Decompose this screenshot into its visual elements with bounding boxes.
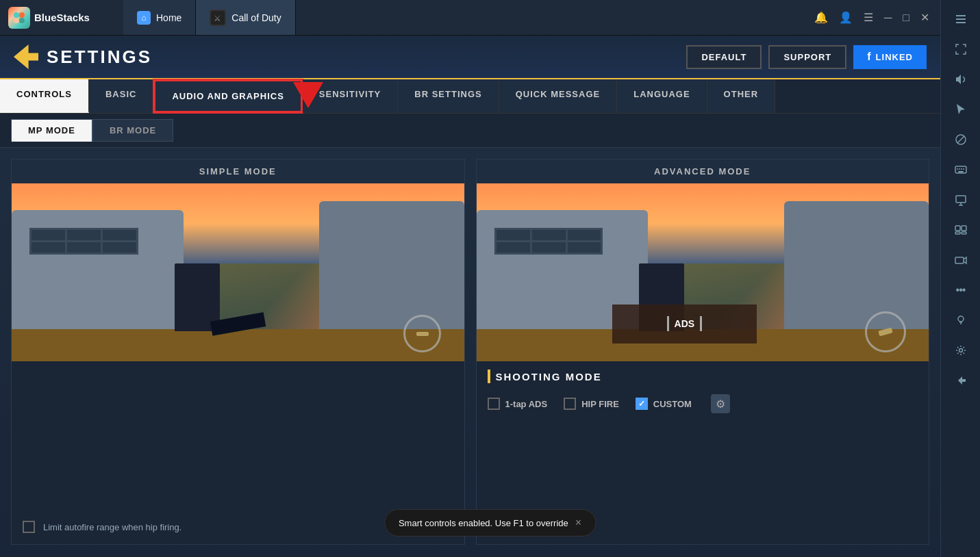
- settings-header: SETTINGS DEFAULT SUPPORT f LINKED: [0, 36, 940, 79]
- svg-line-8: [957, 136, 964, 143]
- game-icon: ⚔: [210, 10, 226, 26]
- sidebar-more-icon[interactable]: •••: [947, 276, 975, 304]
- title-bar-controls: 🔔 👤 ☰ ─ □ ✕: [814, 11, 940, 24]
- linked-label: LINKED: [876, 52, 913, 62]
- one-tap-ads-label: 1-tap ADS: [505, 399, 548, 409]
- tab-quick-message[interactable]: QUICK MESSAGE: [499, 79, 618, 113]
- svg-point-24: [959, 349, 962, 352]
- right-sidebar: •••: [940, 0, 980, 557]
- sidebar-expand-icon[interactable]: [947, 5, 975, 33]
- content-wrapper: SETTINGS DEFAULT SUPPORT f LINKED CONTRO…: [0, 36, 940, 557]
- simple-mode-panel: SIMPLE MODE: [11, 159, 465, 545]
- ads-text: ADS: [675, 318, 695, 329]
- svg-point-3: [14, 18, 19, 23]
- bluestacks-logo: BlueStacks: [0, 7, 123, 29]
- advanced-mode-title: ADVANCED MODE: [477, 159, 929, 183]
- custom-label: CUSTOM: [653, 399, 692, 409]
- sub-tab-mp-mode[interactable]: MP MODE: [11, 119, 92, 142]
- sub-tabs: MP MODE BR MODE: [0, 114, 940, 148]
- bluestacks-title: BlueStacks: [34, 12, 90, 23]
- toast-close-button[interactable]: ×: [575, 517, 581, 529]
- sidebar-gamepad-icon[interactable]: [947, 216, 975, 244]
- svg-rect-22: [955, 257, 964, 263]
- arrow-down-icon: [293, 82, 323, 108]
- svg-marker-0: [12, 11, 26, 25]
- svg-point-1: [14, 12, 19, 18]
- settings-actions: DEFAULT SUPPORT f LINKED: [686, 45, 927, 69]
- sidebar-slash-icon[interactable]: [947, 126, 975, 153]
- hip-fire-label: HIP FIRE: [581, 399, 619, 409]
- one-tap-ads-checkbox[interactable]: [488, 398, 500, 410]
- sidebar-bulb-icon[interactable]: [947, 307, 975, 334]
- option-one-tap-ads[interactable]: 1-tap ADS: [488, 398, 548, 410]
- support-button[interactable]: SUPPORT: [768, 45, 846, 69]
- content-area: SIMPLE MODE: [0, 148, 940, 556]
- sidebar-back-icon[interactable]: [947, 367, 975, 394]
- facebook-icon: f: [867, 51, 871, 63]
- tab-basic[interactable]: BASIC: [89, 79, 153, 113]
- svg-point-23: [958, 316, 964, 322]
- sidebar-gear-icon[interactable]: [947, 337, 975, 364]
- bluestacks-icon: [8, 7, 30, 29]
- tab-br-settings[interactable]: BR SETTINGS: [398, 79, 499, 113]
- sidebar-volume-icon[interactable]: [947, 66, 975, 93]
- tab-home-label: Home: [156, 12, 181, 23]
- home-icon: ⌂: [137, 11, 151, 25]
- svg-point-2: [19, 12, 25, 18]
- maximize-button[interactable]: □: [903, 12, 909, 24]
- mode-panels: SIMPLE MODE: [11, 159, 929, 545]
- linked-button[interactable]: f LINKED: [853, 45, 927, 69]
- main-tabs: CONTROLS BASIC AUDIO AND GRAPHICS SENSIT…: [0, 79, 940, 114]
- svg-rect-15: [956, 196, 966, 203]
- tab-language[interactable]: LANGUAGE: [617, 79, 707, 113]
- back-arrow-icon[interactable]: [14, 44, 38, 69]
- minimize-button[interactable]: ─: [884, 12, 892, 24]
- autofire-checkbox[interactable]: [23, 521, 35, 533]
- sidebar-keyboard-icon[interactable]: [947, 156, 975, 183]
- default-button[interactable]: DEFAULT: [686, 45, 762, 69]
- smart-controls-toast: Smart controls enabled. Use F1 to overri…: [384, 509, 596, 536]
- hip-fire-checkbox[interactable]: [564, 398, 576, 410]
- shooting-mode-section: SHOOTING MODE 1-tap ADS HIP FIRE: [477, 361, 929, 422]
- svg-rect-19: [962, 226, 966, 231]
- settings-title-area: SETTINGS: [14, 44, 152, 69]
- simple-mode-title: SIMPLE MODE: [12, 159, 464, 183]
- svg-rect-20: [955, 232, 960, 234]
- custom-checkbox[interactable]: ✓: [636, 398, 648, 410]
- sub-tab-br-mode[interactable]: BR MODE: [92, 119, 173, 142]
- sidebar-cursor-icon[interactable]: [947, 96, 975, 123]
- sidebar-screen-icon[interactable]: [947, 186, 975, 213]
- tab-game[interactable]: ⚔ Call of Duty: [196, 0, 295, 35]
- notification-icon[interactable]: 🔔: [814, 11, 828, 24]
- tab-game-label: Call of Duty: [231, 12, 281, 23]
- advanced-mode-image: ADS: [477, 183, 929, 361]
- sidebar-camera-icon[interactable]: [947, 246, 975, 274]
- close-button[interactable]: ✕: [920, 11, 929, 24]
- option-hip-fire[interactable]: HIP FIRE: [564, 398, 619, 410]
- custom-settings-gear[interactable]: ⚙: [711, 394, 730, 413]
- shooting-options: 1-tap ADS HIP FIRE ✓ CUSTOM: [488, 394, 918, 413]
- account-icon[interactable]: 👤: [839, 11, 853, 24]
- tab-controls[interactable]: CONTROLS: [0, 79, 89, 113]
- tab-audio-graphics[interactable]: AUDIO AND GRAPHICS: [153, 79, 302, 113]
- toast-message: Smart controls enabled. Use F1 to overri…: [399, 518, 568, 528]
- svg-text:⚔: ⚔: [214, 14, 221, 23]
- simple-mode-image: [12, 183, 464, 361]
- shooting-mode-label: SHOOTING MODE: [496, 371, 602, 383]
- tab-other[interactable]: OTHER: [707, 79, 776, 113]
- advanced-game-scene: ADS: [477, 183, 929, 361]
- shooting-mode-title: SHOOTING MODE: [488, 370, 918, 383]
- sidebar-fullscreen-icon[interactable]: [947, 36, 975, 63]
- advanced-mode-panel: ADVANCED MODE: [476, 159, 930, 545]
- yellow-bar-icon: [488, 370, 490, 383]
- title-bar: BlueStacks ⌂ Home ⚔ Call of Duty 🔔 👤 ☰ ─…: [0, 0, 980, 36]
- menu-icon[interactable]: ☰: [864, 11, 873, 24]
- arrow-indicator: [293, 82, 323, 108]
- tab-home[interactable]: ⌂ Home: [123, 0, 196, 35]
- page-title: SETTINGS: [47, 47, 152, 68]
- svg-rect-18: [955, 226, 960, 231]
- option-custom[interactable]: ✓ CUSTOM: [636, 398, 692, 410]
- svg-point-4: [19, 18, 25, 23]
- svg-rect-21: [962, 232, 966, 234]
- autofire-label: Limit autofire range when hip firing.: [43, 522, 181, 532]
